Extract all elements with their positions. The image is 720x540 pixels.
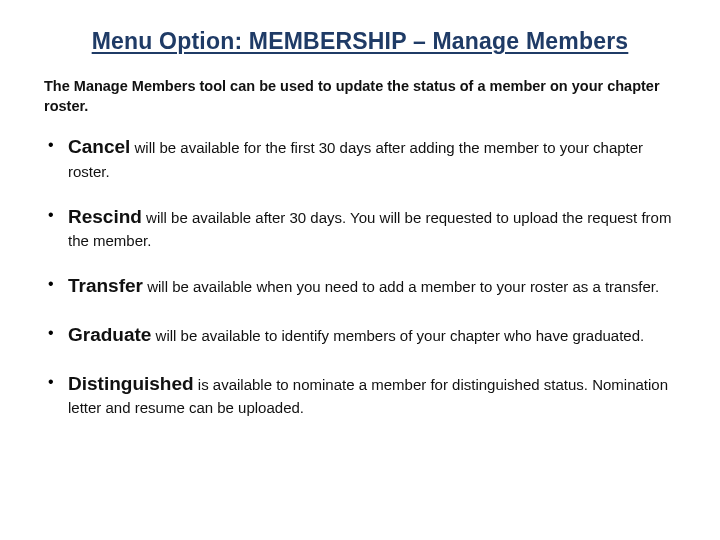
term-graduate: Graduate bbox=[68, 324, 151, 345]
term-cancel: Cancel bbox=[68, 136, 130, 157]
intro-text: The Manage Members tool can be used to u… bbox=[44, 77, 676, 116]
desc-graduate: will be available to identify members of… bbox=[151, 327, 644, 344]
desc-transfer: will be available when you need to add a… bbox=[143, 278, 659, 295]
desc-cancel: will be available for the first 30 days … bbox=[68, 139, 643, 180]
option-list: Cancel will be available for the first 3… bbox=[44, 134, 676, 418]
desc-rescind: will be available after 30 days. You wil… bbox=[68, 209, 671, 250]
list-item: Rescind will be available after 30 days.… bbox=[44, 204, 676, 252]
slide: Menu Option: MEMBERSHIP – Manage Members… bbox=[0, 0, 720, 540]
list-item: Graduate will be available to identify m… bbox=[44, 322, 676, 349]
list-item: Distinguished is available to nominate a… bbox=[44, 371, 676, 419]
term-distinguished: Distinguished bbox=[68, 373, 194, 394]
term-rescind: Rescind bbox=[68, 206, 142, 227]
page-title: Menu Option: MEMBERSHIP – Manage Members bbox=[44, 28, 676, 55]
term-transfer: Transfer bbox=[68, 275, 143, 296]
list-item: Transfer will be available when you need… bbox=[44, 273, 676, 300]
list-item: Cancel will be available for the first 3… bbox=[44, 134, 676, 182]
